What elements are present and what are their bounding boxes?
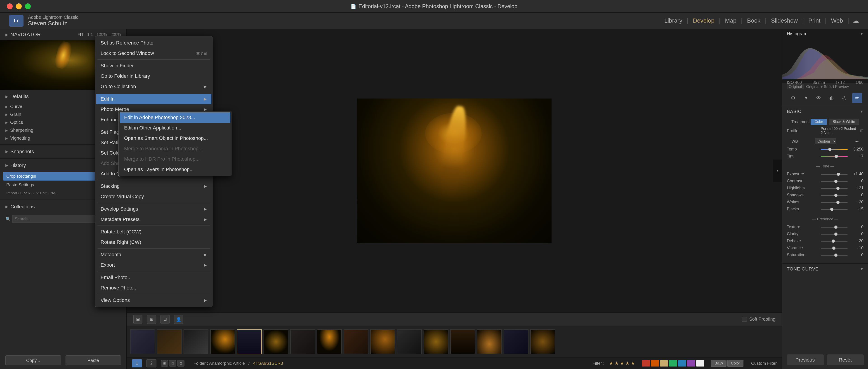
page-2-button[interactable]: 2 — [147, 359, 156, 367]
histogram-arrow[interactable]: ▼ — [860, 32, 864, 36]
nav-slideshow[interactable]: Slideshow — [767, 17, 802, 24]
temp-track[interactable] — [821, 149, 848, 150]
close-button[interactable] — [7, 3, 13, 9]
view-people-button[interactable]: 👤 — [174, 315, 183, 324]
filmstrip-thumb-2[interactable] — [157, 329, 182, 354]
healing-tool[interactable]: ✦ — [801, 93, 811, 103]
nav-print[interactable]: Print — [804, 17, 825, 24]
flag-white[interactable] — [696, 360, 704, 367]
gradient-tool[interactable]: ◐ — [827, 93, 837, 103]
dehaze-track[interactable] — [821, 241, 848, 242]
filmstrip-thumb-16[interactable] — [530, 329, 555, 354]
flag-green[interactable] — [669, 360, 677, 367]
cm-go-to-collection[interactable]: Go to Collection ▶ — [96, 81, 211, 92]
tint-track[interactable] — [821, 156, 848, 157]
saturation-track[interactable] — [821, 255, 848, 255]
filmstrip-thumb-1[interactable] — [130, 329, 155, 354]
tint-thumb[interactable] — [835, 155, 838, 158]
filmstrip-thumb-15[interactable] — [504, 329, 528, 354]
filmstrip-thumb-14[interactable] — [477, 329, 502, 354]
filmstrip-thumb-7[interactable] — [290, 329, 315, 354]
clarity-thumb[interactable] — [834, 233, 837, 236]
sm-open-smart-object[interactable]: Open as Smart Object in Photoshop... — [120, 133, 230, 144]
page-1-button[interactable]: 1 — [132, 359, 142, 367]
cm-go-to-folder[interactable]: Go to Folder in Library — [96, 71, 211, 81]
basic-section-header[interactable]: Basic ▼ — [782, 106, 868, 117]
nav-develop[interactable]: Develop — [688, 17, 719, 24]
flag-red[interactable] — [642, 360, 650, 367]
filmstrip-thumb-6[interactable] — [264, 329, 288, 354]
cm-metadata[interactable]: Metadata ▶ — [96, 249, 211, 260]
nav-book[interactable]: Book — [743, 17, 765, 24]
filmstrip-thumb-4[interactable] — [210, 329, 235, 354]
vibrance-track[interactable] — [821, 248, 848, 249]
nav-web[interactable]: Web — [827, 17, 847, 24]
cm-show-in-finder[interactable]: Show in Finder — [96, 61, 211, 71]
flag-purple[interactable] — [687, 360, 695, 367]
saturation-thumb[interactable] — [834, 253, 837, 257]
shadows-track[interactable] — [821, 195, 848, 196]
cm-export[interactable]: Export ▶ — [96, 260, 211, 270]
sm-open-layers[interactable]: Open as Layers in Photoshop... — [120, 164, 230, 175]
cm-rotate-left[interactable]: Rotate Left (CCW) — [96, 227, 211, 237]
view-single-button[interactable]: ▣ — [133, 315, 143, 324]
wb-select[interactable]: Custom As Shot Auto Daylight Cloudy — [815, 139, 836, 144]
blacks-thumb[interactable] — [830, 208, 833, 211]
sm-edit-other[interactable]: Edit in Other Application... — [120, 123, 230, 133]
whites-thumb[interactable] — [836, 201, 839, 204]
filmstrip-thumb-3[interactable] — [184, 329, 209, 354]
nav-map[interactable]: Map — [720, 17, 741, 24]
radial-tool[interactable]: ◎ — [839, 93, 849, 103]
copy-button[interactable]: Copy... — [5, 356, 61, 365]
cm-create-virtual-copy[interactable]: Create Virtual Copy — [96, 191, 211, 202]
whites-track[interactable] — [821, 202, 848, 203]
zoom-fill[interactable]: 1:1 — [87, 32, 93, 37]
compare-button[interactable]: ⊡ — [177, 360, 184, 367]
previous-button[interactable]: Previous — [787, 355, 824, 365]
cm-email-photo[interactable]: Email Photo . — [96, 272, 211, 283]
grid-view-button[interactable]: ⊞ — [161, 360, 168, 367]
wb-eyedropper-icon[interactable]: ✒ — [855, 139, 859, 144]
treatment-color-button[interactable]: Color — [811, 119, 827, 125]
crop-tool[interactable]: ⚙ — [788, 93, 798, 103]
flag-orange[interactable] — [651, 360, 659, 367]
texture-track[interactable] — [821, 227, 848, 227]
filmstrip-thumb-11[interactable] — [397, 329, 422, 354]
dehaze-thumb[interactable] — [832, 240, 835, 243]
filmstrip-thumb-5[interactable] — [237, 329, 262, 354]
texture-thumb[interactable] — [834, 225, 837, 229]
filmstrip-thumb-9[interactable] — [344, 329, 368, 354]
star-rating-filter[interactable]: ★ ★ ★ ★ ★ — [609, 361, 635, 366]
flag-blue[interactable] — [678, 360, 686, 367]
zoom-fit[interactable]: FIT — [78, 32, 84, 37]
highlights-track[interactable] — [821, 188, 848, 189]
flag-yellow[interactable] — [660, 360, 668, 367]
cm-remove-photo[interactable]: Remove Photo... — [96, 283, 211, 293]
cm-metadata-presets[interactable]: Metadata Presets ▶ — [96, 214, 211, 225]
view-survey-button[interactable]: ⊡ — [160, 315, 169, 324]
filmstrip-thumb-13[interactable] — [450, 329, 475, 354]
reset-button[interactable]: Reset — [827, 355, 864, 365]
filmstrip-thumb-8[interactable] — [317, 329, 342, 354]
shadows-thumb[interactable] — [834, 194, 837, 197]
cm-lock-second-window[interactable]: Lock to Second Window ⌘⇧⊞ — [96, 48, 211, 59]
highlights-thumb[interactable] — [836, 187, 839, 190]
profile-icon[interactable]: ⊞ — [860, 128, 864, 133]
filter-toggle-1[interactable]: B&W — [711, 360, 727, 367]
nav-library[interactable]: Library — [660, 17, 687, 24]
maximize-button[interactable] — [25, 3, 31, 9]
filmstrip-thumb-10[interactable] — [370, 329, 395, 354]
adjustment-brush-tool[interactable]: ✏ — [852, 93, 862, 103]
paste-button[interactable]: Paste — [66, 356, 121, 365]
filmstrip-thumb-12[interactable] — [424, 329, 448, 354]
cm-view-options[interactable]: View Options ▶ — [96, 295, 211, 306]
contrast-thumb[interactable] — [834, 180, 837, 183]
clarity-track[interactable] — [821, 234, 848, 235]
temp-thumb[interactable] — [828, 148, 831, 151]
tone-curve-header[interactable]: Tone Curve ▼ — [782, 264, 868, 274]
exposure-track[interactable] — [821, 174, 848, 175]
vibrance-thumb[interactable] — [832, 247, 835, 250]
sm-edit-photoshop[interactable]: Edit in Adobe Photoshop 2023... — [120, 112, 230, 123]
cm-edit-in[interactable]: Edit In ▶ — [96, 94, 211, 104]
view-compare-button[interactable]: ⊞ — [147, 315, 156, 324]
